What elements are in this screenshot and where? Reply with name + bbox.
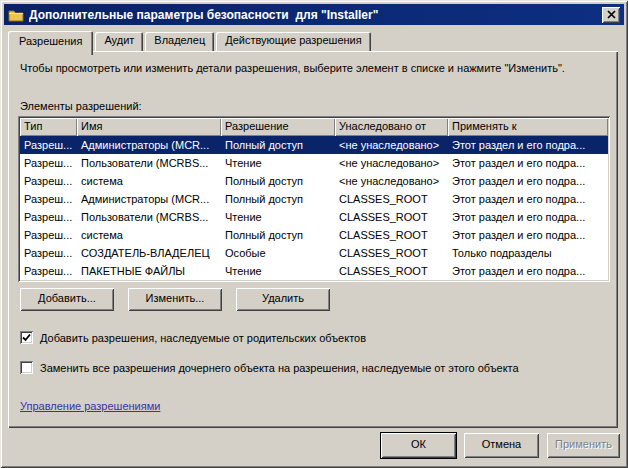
table-row[interactable]: Разреш... ПАКЕТНЫЕ ФАЙЛЫ Чтение CLASSES_… [20, 262, 608, 280]
tab-strip: Разрешения Аудит Владелец Действующие ра… [8, 29, 373, 53]
cell-apply-to: Этот раздел и его подра... [448, 154, 608, 172]
cell-inherited-from: CLASSES_ROOT [335, 262, 448, 280]
tab-permissions[interactable]: Разрешения [8, 31, 93, 55]
cell-type: Разреш... [20, 154, 77, 172]
table-row[interactable]: Разреш... система Полный доступ <не унас… [20, 172, 608, 190]
cell-name: система [77, 172, 221, 190]
tab-audit[interactable]: Аудит [95, 32, 143, 51]
tab-effective-permissions[interactable]: Действующие разрешения [216, 32, 370, 51]
cell-inherited-from: <не унаследовано> [335, 172, 448, 190]
cell-inherited-from: <не унаследовано> [335, 154, 448, 172]
cell-inherited-from: CLASSES_ROOT [335, 244, 448, 262]
close-button[interactable] [602, 7, 620, 23]
window-title: Дополнительные параметры безопасности дл… [29, 8, 602, 22]
cell-permission: Чтение [221, 208, 335, 226]
checkmark-icon [22, 333, 31, 342]
add-button[interactable]: Добавить... [20, 288, 114, 311]
apply-button[interactable]: Применить [547, 433, 620, 458]
title-bar[interactable]: Дополнительные параметры безопасности дл… [4, 4, 624, 25]
cell-permission: Особые [221, 244, 335, 262]
tab-owner[interactable]: Владелец [145, 32, 214, 51]
column-header-type[interactable]: Тип [20, 118, 77, 136]
instruction-text: Чтобы просмотреть или изменить детали ра… [20, 62, 600, 74]
cell-type: Разреш... [20, 226, 77, 244]
cell-apply-to: Этот раздел и его подра... [448, 262, 608, 280]
column-header-inherited-from[interactable]: Унаследовано от [335, 118, 448, 136]
cell-inherited-from: CLASSES_ROOT [335, 190, 448, 208]
permission-entries-list: Тип Имя Разрешение Унаследовано от Приме… [18, 116, 610, 282]
replace-permissions-label[interactable]: Заменить все разрешения дочернего объект… [40, 362, 519, 374]
cell-apply-to: Только подразделы [448, 244, 608, 262]
folder-icon [8, 8, 24, 22]
replace-permissions-checkbox[interactable] [20, 361, 33, 374]
advanced-security-dialog: Дополнительные параметры безопасности дл… [0, 0, 628, 468]
cell-name: Пользователи (MCRBS... [77, 208, 221, 226]
replace-permissions-checkbox-row: Заменить все разрешения дочернего объект… [20, 361, 519, 374]
cell-type: Разреш... [20, 190, 77, 208]
remove-button[interactable]: Удалить [236, 288, 330, 311]
table-row[interactable]: Разреш... Пользователи (MCRBS... Чтение … [20, 208, 608, 226]
permissions-tab-page: Чтобы просмотреть или изменить детали ра… [8, 51, 618, 428]
cell-type: Разреш... [20, 136, 77, 154]
cell-apply-to: Этот раздел и его подра... [448, 190, 608, 208]
cancel-button[interactable]: Отмена [464, 433, 539, 458]
column-header-apply-to[interactable]: Применять к [448, 118, 608, 136]
ok-button[interactable]: ОК [381, 433, 456, 458]
table-row[interactable]: Разреш... СОЗДАТЕЛЬ-ВЛАДЕЛЕЦ Особые CLAS… [20, 244, 608, 262]
cell-inherited-from: <не унаследовано> [335, 136, 448, 154]
cell-inherited-from: CLASSES_ROOT [335, 226, 448, 244]
inherit-permissions-checkbox[interactable] [20, 331, 33, 344]
cell-apply-to: Этот раздел и его подра... [448, 208, 608, 226]
cell-permission: Полный доступ [221, 226, 335, 244]
cell-type: Разреш... [20, 262, 77, 280]
cell-apply-to: Этот раздел и его подра... [448, 136, 608, 154]
managing-permissions-link[interactable]: Управление разрешениями [20, 400, 160, 412]
table-row[interactable]: Разреш... Администраторы (MCR... Полный … [20, 190, 608, 208]
cell-apply-to: Этот раздел и его подра... [448, 172, 608, 190]
table-row[interactable]: Разреш... система Полный доступ CLASSES_… [20, 226, 608, 244]
list-header-row: Тип Имя Разрешение Унаследовано от Приме… [20, 118, 608, 136]
cell-type: Разреш... [20, 172, 77, 190]
cell-name: Пользователи (MCRBS... [77, 154, 221, 172]
cell-permission: Полный доступ [221, 136, 335, 154]
cell-name: Администраторы (MCR... [77, 190, 221, 208]
close-icon [607, 10, 616, 19]
cell-apply-to: Этот раздел и его подра... [448, 226, 608, 244]
column-header-name[interactable]: Имя [77, 118, 221, 136]
cell-permission: Чтение [221, 154, 335, 172]
cell-permission: Чтение [221, 262, 335, 280]
table-row[interactable]: Разреш... Администраторы (MCR... Полный … [20, 136, 608, 154]
cell-name: ПАКЕТНЫЕ ФАЙЛЫ [77, 262, 221, 280]
cell-name: СОЗДАТЕЛЬ-ВЛАДЕЛЕЦ [77, 244, 221, 262]
cell-name: Администраторы (MCR... [77, 136, 221, 154]
edit-button[interactable]: Изменить... [128, 288, 222, 311]
column-header-permission[interactable]: Разрешение [221, 118, 335, 136]
table-row[interactable]: Разреш... Пользователи (MCRBS... Чтение … [20, 154, 608, 172]
cell-type: Разреш... [20, 244, 77, 262]
cell-type: Разреш... [20, 208, 77, 226]
inherit-permissions-label[interactable]: Добавить разрешения, наследуемые от роди… [40, 332, 366, 344]
cell-inherited-from: CLASSES_ROOT [335, 208, 448, 226]
permission-entries-label: Элементы разрешений: [20, 100, 142, 112]
cell-permission: Полный доступ [221, 172, 335, 190]
inherit-permissions-checkbox-row: Добавить разрешения, наследуемые от роди… [20, 331, 366, 344]
cell-name: система [77, 226, 221, 244]
cell-permission: Полный доступ [221, 190, 335, 208]
